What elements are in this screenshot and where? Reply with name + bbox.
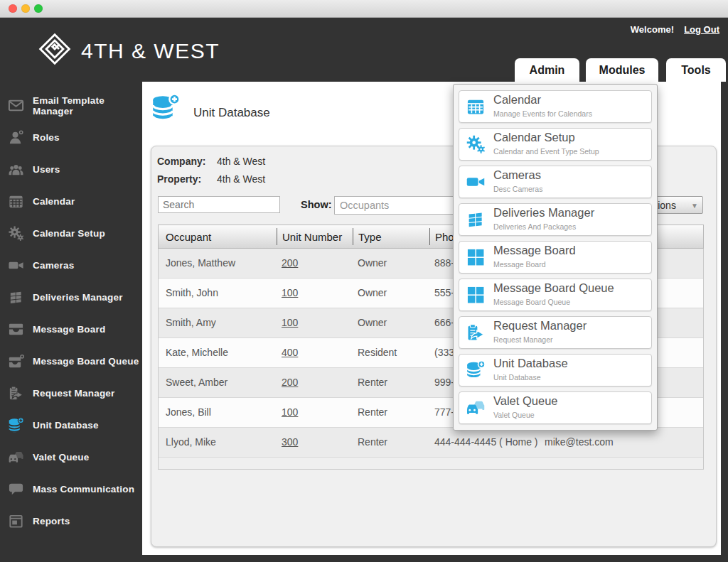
column-header-type: Type: [353, 228, 429, 245]
sidebar-item-email-template-manager[interactable]: Email Template Manager: [0, 90, 142, 121]
menu-item-cameras[interactable]: CamerasDesc Cameras: [459, 166, 652, 198]
menu-item-unit-database[interactable]: Unit DatabaseUnit Database: [459, 354, 652, 387]
chevron-down-icon: ▼: [691, 197, 698, 215]
menu-item-request-manager[interactable]: Request ManagerRequest Manager: [459, 316, 652, 349]
unit-number-link[interactable]: 300: [282, 436, 298, 448]
zoom-window-icon[interactable]: [34, 4, 43, 13]
logout-link[interactable]: Log Out: [684, 24, 719, 35]
column-header-unit-number: Unit Number: [277, 228, 353, 245]
welcome-text: Welcome!: [631, 24, 674, 35]
unit-cell: 400: [277, 338, 353, 367]
sidebar-item-label: Message Board: [33, 324, 105, 335]
sidebar-item-calendar[interactable]: Calendar: [0, 185, 142, 217]
sidebar-item-users[interactable]: Users: [0, 153, 142, 185]
menu-item-valet-queue[interactable]: Valet QueueValet Queue: [459, 391, 652, 424]
request-icon: [8, 385, 24, 401]
tab-tools[interactable]: Tools: [666, 58, 726, 82]
sidebar-item-message-board-queue[interactable]: Message Board Queue: [0, 345, 142, 377]
page-title: Unit Database: [193, 106, 270, 120]
menu-item-subtitle: Deliveries And Packages: [493, 222, 576, 231]
sidebar-item-label: Valet Queue: [33, 452, 89, 463]
grid-icon: [466, 285, 486, 305]
table-row[interactable]: Llyod, Mike300Renter444-444-4445 ( Home …: [159, 428, 703, 458]
deliveries-icon: [466, 210, 486, 229]
sidebar-item-deliveries-manager[interactable]: Deliveries Manager: [0, 281, 142, 313]
menu-item-subtitle: Calendar and Event Type Setup: [493, 147, 599, 156]
brand-name: 4TH & WEST: [81, 39, 220, 63]
unit-number-link[interactable]: 200: [282, 257, 298, 269]
reports-icon: [8, 513, 24, 529]
camera-icon: [8, 257, 24, 274]
macos-titlebar: [0, 0, 728, 18]
menu-item-title: Cameras: [493, 168, 541, 182]
calendar-icon: [8, 193, 24, 210]
database-plus-icon: [466, 360, 486, 380]
database-plus-icon: [8, 417, 24, 433]
type-cell: Resident: [353, 338, 429, 367]
sidebar-item-label: Roles: [33, 132, 60, 143]
search-input[interactable]: [158, 196, 280, 213]
occupant-cell: Sweet, Amber: [159, 368, 277, 397]
occupant-cell: Jones, Matthew: [159, 249, 277, 278]
type-cell: Renter: [353, 368, 429, 397]
users-icon: [8, 161, 24, 178]
sidebar-item-label: Message Board Queue: [33, 356, 139, 367]
deliveries-icon: [8, 289, 24, 306]
menu-item-subtitle: Unit Database: [493, 373, 541, 382]
sidebar-item-label: Calendar Setup: [33, 228, 105, 239]
tab-modules[interactable]: Modules: [586, 58, 658, 82]
menu-item-subtitle: Message Board Queue: [493, 298, 570, 306]
tab-admin[interactable]: Admin: [515, 58, 579, 82]
gears-icon: [466, 134, 486, 154]
occupant-cell: Smith, John: [159, 279, 277, 308]
sidebar-item-label: Users: [33, 164, 60, 175]
role-icon: [8, 129, 24, 146]
occupant-cell: Llyod, Mike: [159, 428, 277, 457]
menu-item-message-board[interactable]: Message BoardMessage Board: [459, 241, 652, 274]
menu-item-message-board-queue[interactable]: Message Board QueueMessage Board Queue: [459, 279, 652, 311]
unit-number-link[interactable]: 400: [282, 347, 298, 358]
unit-number-link[interactable]: 100: [282, 317, 298, 328]
sidebar-item-message-board[interactable]: Message Board: [0, 313, 142, 345]
request-icon: [466, 323, 486, 342]
menu-item-title: Unit Database: [493, 357, 568, 370]
occupant-cell: Jones, Bill: [159, 398, 277, 427]
sidebar-item-unit-database[interactable]: Unit Database: [0, 409, 142, 441]
camera-icon: [466, 172, 486, 192]
sidebar-item-calendar-setup[interactable]: Calendar Setup: [0, 217, 142, 249]
menu-item-calendar-setup[interactable]: Calendar SetupCalendar and Event Type Se…: [459, 128, 652, 161]
table-footer-strip: [158, 458, 704, 470]
sidebar-item-label: Unit Database: [33, 420, 99, 431]
sidebar-item-request-manager[interactable]: Request Manager: [0, 377, 142, 409]
sidebar-item-label: Email Template Manager: [33, 95, 142, 117]
sidebar-item-roles[interactable]: Roles: [0, 121, 142, 153]
minimize-window-icon[interactable]: [21, 4, 30, 13]
close-window-icon[interactable]: [9, 4, 17, 13]
messageboard-queue-icon: [8, 353, 24, 369]
sidebar-item-reports[interactable]: Reports: [0, 505, 142, 537]
menu-item-deliveries-manager[interactable]: Deliveries ManagerDeliveries And Package…: [459, 203, 652, 236]
chat-icon: [8, 481, 24, 497]
gears-icon: [8, 225, 24, 242]
unit-database-icon: [151, 92, 181, 124]
envelope-icon: [8, 97, 24, 114]
sidebar-item-label: Cameras: [33, 260, 74, 271]
sidebar-item-valet-queue[interactable]: Valet Queue: [0, 441, 142, 473]
menu-item-title: Request Manager: [493, 319, 587, 333]
valet-icon: [466, 398, 486, 418]
sidebar-item-label: Reports: [33, 516, 70, 526]
unit-number-link[interactable]: 100: [282, 406, 298, 418]
unit-cell: 200: [277, 368, 353, 397]
menu-item-title: Calendar: [493, 93, 541, 107]
unit-number-link[interactable]: 100: [282, 287, 298, 298]
menu-item-calendar[interactable]: CalendarManage Events for Calendars: [459, 90, 652, 123]
menu-item-subtitle: Request Manager: [493, 335, 552, 344]
sidebar-item-cameras[interactable]: Cameras: [0, 249, 142, 281]
property-label: Property:: [157, 173, 201, 185]
occupant-cell: Kate, Michelle: [159, 338, 277, 367]
menu-item-title: Message Board: [493, 244, 576, 257]
sidebar-item-mass-communication[interactable]: Mass Communication: [0, 473, 142, 505]
unit-number-link[interactable]: 200: [282, 377, 298, 388]
menu-item-title: Calendar Setup: [493, 131, 575, 144]
menu-item-subtitle: Message Board: [493, 260, 546, 269]
